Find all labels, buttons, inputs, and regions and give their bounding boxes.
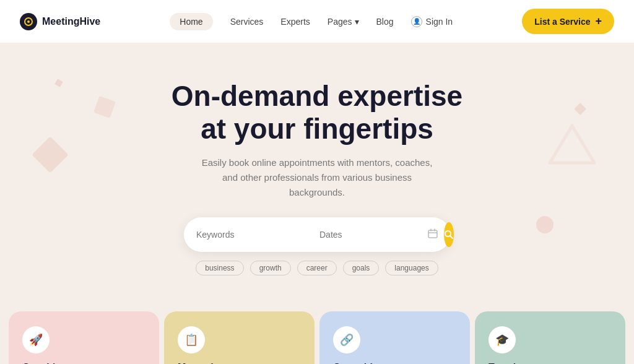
card-mentoring-icon-wrap: 📋 — [178, 326, 205, 353]
tag-goals[interactable]: goals — [343, 261, 380, 275]
consulting-icon: 🔗 — [340, 333, 354, 347]
logo[interactable]: MeetingHive — [20, 13, 100, 30]
card-consulting-icon-wrap: 🔗 — [333, 326, 360, 353]
tag-growth[interactable]: growth — [250, 261, 291, 275]
card-tutoring[interactable]: 🎓 Tutoring Morbi tempor eros et mauris p… — [475, 311, 625, 364]
plus-icon: + — [595, 15, 602, 28]
nav-links: Home Services Experts Pages ▾ Blog 👤 Sig… — [170, 16, 453, 27]
search-icon — [444, 230, 454, 240]
calendar-icon — [428, 228, 438, 241]
search-tags: business growth career goals languages — [20, 261, 614, 275]
cards-row: 🚀 Coaching Aliquam tristique et suscipit… — [0, 311, 634, 364]
nav-item-signin[interactable]: 👤 Sign In — [411, 16, 453, 27]
nav-item-blog[interactable]: Blog — [376, 16, 394, 27]
tag-career[interactable]: career — [297, 261, 337, 275]
svg-marker-2 — [550, 126, 594, 163]
tag-languages[interactable]: languages — [385, 261, 438, 275]
search-button[interactable] — [444, 222, 454, 247]
card-tutoring-icon-wrap: 🎓 — [489, 326, 516, 353]
svg-rect-3 — [428, 230, 437, 238]
logo-icon — [20, 13, 37, 30]
nav-link-pages[interactable]: Pages ▾ — [328, 17, 359, 27]
mentoring-icon: 📋 — [185, 333, 198, 347]
card-coaching[interactable]: 🚀 Coaching Aliquam tristique et suscipit… — [9, 311, 159, 364]
brand-name: MeetingHive — [42, 16, 100, 27]
card-mentoring[interactable]: 📋 Mentoring Fusce feugiat sodales tortor… — [164, 311, 315, 364]
list-service-button[interactable]: List a Service + — [522, 9, 614, 34]
search-keywords-input[interactable] — [196, 230, 305, 240]
nav-item-services[interactable]: Services — [230, 16, 264, 27]
svg-point-1 — [27, 20, 30, 23]
tag-business[interactable]: business — [196, 261, 243, 275]
sign-in-link[interactable]: 👤 Sign In — [411, 16, 453, 27]
search-bar — [184, 217, 450, 252]
nav-link-home[interactable]: Home — [170, 13, 212, 30]
nav-link-blog[interactable]: Blog — [376, 17, 394, 27]
hero-section: On-demand expertise at your fingertips E… — [0, 43, 634, 294]
search-dates-input[interactable] — [319, 230, 428, 240]
nav-link-services[interactable]: Services — [230, 17, 264, 27]
nav-item-home[interactable]: Home — [170, 16, 212, 27]
card-consulting[interactable]: 🔗 Consulting Quisque tempor urna libero … — [319, 311, 470, 364]
user-icon: 👤 — [411, 16, 422, 27]
nav-item-pages[interactable]: Pages ▾ — [328, 17, 359, 27]
nav-item-experts[interactable]: Experts — [280, 16, 310, 27]
hero-subtitle: Easily book online appointments with men… — [199, 155, 435, 200]
shape-triangle-right — [547, 123, 597, 168]
nav-link-experts[interactable]: Experts — [280, 17, 310, 27]
rocket-icon: 🚀 — [29, 333, 43, 347]
tutoring-icon: 🎓 — [495, 333, 509, 347]
shape-circle-right — [536, 216, 554, 233]
card-coaching-icon-wrap: 🚀 — [22, 326, 50, 353]
chevron-down-icon: ▾ — [355, 17, 359, 27]
navbar: MeetingHive Home Services Experts Pages … — [0, 0, 634, 43]
